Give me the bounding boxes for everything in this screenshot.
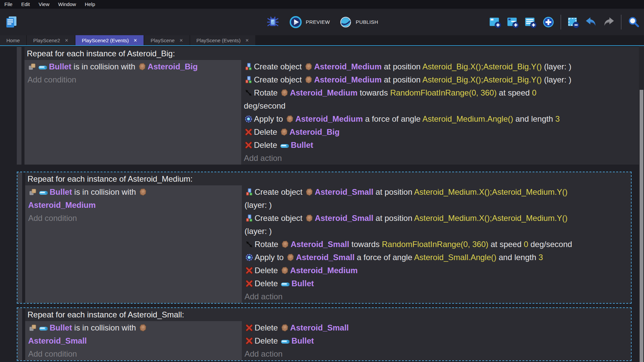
action-row[interactable]: Delete Bullet — [245, 334, 631, 347]
preview-button[interactable]: PREVIEW — [289, 15, 330, 29]
instruction-text: and length — [496, 253, 538, 262]
add-comment-button[interactable] — [524, 15, 538, 29]
event-repeat-asteroid-small[interactable]: Repeat for each instance of Asteroid_Sma… — [17, 307, 632, 361]
condition-row[interactable]: Bullet is in collision with — [28, 321, 242, 334]
event-repeat-asteroid-medium[interactable]: Repeat for each instance of Asteroid_Med… — [17, 172, 632, 304]
add-condition-button[interactable]: Add condition — [28, 73, 241, 86]
menu-window[interactable]: Window — [54, 0, 80, 9]
add-action-button[interactable]: Add action — [245, 290, 631, 303]
repeat-event-header[interactable]: Repeat for each instance of Asteroid_Med… — [25, 172, 631, 185]
add-condition-button[interactable]: Add condition — [28, 347, 242, 360]
expression-value: Asteroid_Medium.X();Asteroid_Medium.Y() — [414, 214, 568, 223]
tab-playscene-events-[interactable]: PlayScene (Events)✕ — [190, 35, 256, 45]
object-name: Bullet — [291, 336, 314, 345]
expression-value: 3 — [555, 114, 559, 123]
delete-icon — [245, 280, 253, 288]
action-row[interactable]: Create object Asteroid_Small at position… — [245, 185, 631, 198]
tab-playscene2-events-[interactable]: PlayScene2 (Events)✕ — [75, 35, 144, 45]
repeat-event-header[interactable]: Repeat for each instance of Asteroid_Sma… — [25, 308, 631, 321]
object-name: Asteroid_Medium — [28, 200, 96, 209]
instruction-text: Delete — [255, 279, 280, 288]
rotate-icon — [245, 240, 253, 248]
action-row[interactable]: deg/second — [244, 99, 639, 112]
condition-row[interactable]: Bullet is in collision with — [28, 185, 242, 198]
event-drag-handle[interactable] — [17, 308, 22, 360]
menu-view[interactable]: View — [34, 0, 54, 9]
menu-edit[interactable]: Edit — [17, 0, 34, 9]
search-button[interactable] — [627, 15, 641, 29]
tab-home[interactable]: Home — [0, 35, 26, 45]
expression-value: Asteroid_Medium.Angle() — [422, 114, 513, 123]
instruction-text: Rotate — [255, 240, 280, 249]
debug-button[interactable] — [266, 15, 280, 29]
event-drag-handle[interactable] — [17, 47, 21, 165]
gdevelop-logo-icon[interactable] — [5, 15, 18, 29]
condition-row[interactable]: Asteroid_Small — [28, 334, 242, 347]
condition-row[interactable]: Bullet is in collision with Asteroid_Big — [28, 60, 241, 73]
menu-bar: FileEditViewWindowHelp — [0, 0, 644, 9]
action-row[interactable]: Delete Asteroid_Big — [244, 125, 639, 138]
instruction-text: Create object — [254, 75, 304, 84]
publish-button[interactable]: PUBLISH — [338, 15, 378, 29]
action-row[interactable]: Create object Asteroid_Medium at positio… — [244, 73, 639, 86]
instruction-text: Delete — [255, 336, 280, 345]
vertical-scrollbar[interactable] — [639, 46, 644, 362]
action-row[interactable]: Delete Asteroid_Medium — [245, 264, 631, 277]
instruction-text: Create object — [255, 187, 305, 196]
expression-value: 3 — [538, 253, 543, 262]
instruction-text: Apply to — [255, 253, 286, 262]
add-subevent-button[interactable] — [506, 15, 520, 29]
event-block: Repeat for each instance of Asteroid_Big… — [24, 47, 639, 165]
tab-close-icon[interactable]: ✕ — [245, 38, 249, 43]
force-icon — [245, 253, 253, 261]
asteroid-icon — [286, 115, 294, 123]
action-row[interactable]: Rotate Asteroid_Medium towards RandomFlo… — [244, 86, 639, 99]
action-row[interactable]: Rotate Asteroid_Small towards RandomFloa… — [245, 238, 631, 251]
tab-playscene2[interactable]: PlayScene2✕ — [27, 35, 75, 45]
action-row[interactable]: (layer: ) — [245, 198, 631, 212]
scrollbar-thumb[interactable] — [640, 90, 643, 362]
tab-close-icon[interactable]: ✕ — [65, 38, 68, 43]
rotate-icon — [245, 89, 253, 97]
add-other-event-button[interactable] — [541, 15, 555, 29]
menu-file[interactable]: File — [0, 0, 17, 9]
instruction-text: (layer: ) — [542, 75, 571, 84]
bullet-icon — [39, 190, 48, 195]
asteroid-icon — [280, 128, 288, 136]
event-drag-handle[interactable] — [17, 172, 22, 303]
action-row[interactable]: Delete Bullet — [244, 138, 639, 152]
add-condition-button[interactable]: Add condition — [28, 212, 242, 225]
delete-icon — [245, 266, 253, 275]
action-row[interactable]: Delete Bullet — [245, 277, 631, 290]
tab-label: PlayScene2 (Events) — [82, 38, 129, 43]
instruction-text: (layer: ) — [245, 227, 272, 236]
action-row[interactable]: Apply to Asteroid_Small a force of angle… — [245, 251, 631, 264]
event-repeat-asteroid-big[interactable]: Repeat for each instance of Asteroid_Big… — [17, 47, 639, 165]
bullet-icon — [281, 282, 290, 287]
actions-panel: Create object Asteroid_Medium at positio… — [241, 60, 639, 165]
tab-playscene[interactable]: PlayScene✕ — [144, 35, 190, 45]
tab-close-icon[interactable]: ✕ — [179, 38, 183, 43]
expression-value: RandomFloatInRange(0, 360) — [382, 240, 489, 249]
action-row[interactable]: (layer: ) — [245, 225, 631, 238]
instruction-text: towards — [349, 240, 382, 249]
asteroid-icon — [286, 253, 294, 261]
action-row[interactable]: Delete Asteroid_Small — [245, 321, 631, 334]
action-row[interactable]: Create object Asteroid_Small at position… — [245, 212, 631, 225]
condition-row[interactable]: Asteroid_Medium — [28, 198, 242, 212]
menu-help[interactable]: Help — [80, 0, 100, 9]
redo-button[interactable] — [602, 15, 616, 29]
action-row[interactable]: Apply to Asteroid_Medium a force of angl… — [244, 112, 639, 125]
remove-selection-button[interactable] — [566, 15, 580, 29]
object-name: Asteroid_Small — [290, 323, 349, 332]
add-action-button[interactable]: Add action — [244, 152, 639, 165]
tab-close-icon[interactable]: ✕ — [133, 38, 137, 43]
add-event-button[interactable] — [488, 15, 502, 29]
add-action-button[interactable]: Add action — [245, 347, 631, 360]
bullet-icon — [39, 326, 48, 331]
action-row[interactable]: Create object Asteroid_Medium at positio… — [244, 60, 639, 73]
bullet-icon — [281, 339, 290, 344]
undo-button[interactable] — [584, 15, 598, 29]
events-list: Repeat for each instance of Asteroid_Big… — [0, 46, 644, 361]
repeat-event-header[interactable]: Repeat for each instance of Asteroid_Big… — [24, 47, 639, 60]
